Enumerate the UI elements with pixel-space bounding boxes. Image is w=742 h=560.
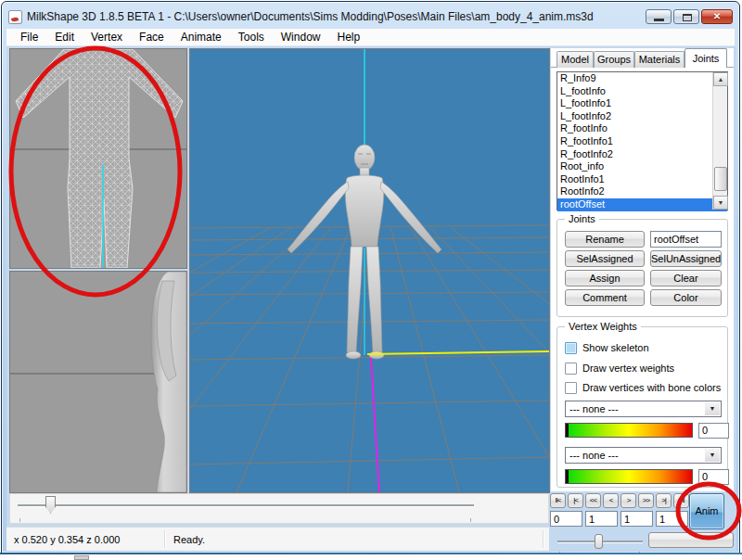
step-forward-button[interactable]: > <box>620 493 636 508</box>
joint-list-item[interactable]: L_footInfo1 <box>557 97 712 110</box>
next-keyframe-button[interactable]: >| <box>656 493 672 508</box>
fast-forward-button[interactable]: >> <box>638 493 654 508</box>
listbox-scrollbar[interactable]: ▲ ▼ <box>712 72 727 210</box>
timeline-slider[interactable] <box>9 493 549 524</box>
tab-model[interactable]: Model <box>556 51 594 68</box>
show-skeleton-checkbox[interactable]: Show skeleton <box>565 341 649 354</box>
scrollbar-thumb[interactable] <box>714 167 727 191</box>
timeline-track <box>18 504 474 506</box>
joint-list-item[interactable]: RootInfo1 <box>557 173 712 186</box>
draw-vertex-weights-checkbox[interactable]: Draw vertex weights <box>565 362 674 375</box>
joints-listbox[interactable]: R_Info9 L_footInfo L_footInfo1 L_footInf… <box>556 71 728 210</box>
checkbox-icon <box>565 382 577 394</box>
tab-materials[interactable]: Materials <box>634 51 684 68</box>
step-back-button[interactable]: < <box>603 493 619 508</box>
viewport-side-shaded[interactable] <box>9 271 187 493</box>
menu-bar: File Edit Vertex Face Animate Tools Wind… <box>6 29 735 46</box>
viewport-perspective[interactable] <box>189 48 550 493</box>
tab-joints[interactable]: Joints <box>684 48 727 68</box>
joint-list-item[interactable]: L_footInfo2 <box>557 110 712 123</box>
frame-field-3[interactable] <box>620 511 653 527</box>
scroll-down-icon[interactable]: ▼ <box>713 196 728 210</box>
weight-marker[interactable] <box>566 424 569 437</box>
status-bar: x 0.520 y 0.354 z 0.000 Ready. <box>6 527 549 551</box>
comment-button[interactable]: Comment <box>565 289 645 306</box>
prev-keyframe-button[interactable]: |< <box>568 493 583 508</box>
menu-edit[interactable]: Edit <box>46 29 83 46</box>
app-icon <box>8 10 22 24</box>
minimize-icon <box>654 19 664 21</box>
wireframe-body <box>16 49 183 268</box>
window-title: MilkShape 3D 1.8.5 BETA 1 - C:\Users\own… <box>27 10 594 23</box>
sel-unassigned-button[interactable]: SelUnAssigned <box>650 250 722 267</box>
chevron-down-icon: ▼ <box>705 402 720 415</box>
statusbar-divider <box>164 530 165 548</box>
draw-bone-colors-checkbox[interactable]: Draw vertices with bone colors <box>565 381 721 394</box>
menu-face[interactable]: Face <box>131 29 173 46</box>
blank-action-button[interactable] <box>648 532 734 548</box>
maximize-icon <box>683 14 692 21</box>
menu-window[interactable]: Window <box>273 29 329 46</box>
color-button[interactable]: Color <box>650 289 722 306</box>
weight-value-2[interactable]: 0 <box>698 469 729 485</box>
maximize-button[interactable] <box>673 9 699 24</box>
current-frame-field[interactable] <box>550 511 582 527</box>
joint-list-item[interactable]: R_footInfo1 <box>557 135 712 148</box>
minimize-button[interactable] <box>646 9 672 24</box>
axis-z-magenta <box>371 358 379 492</box>
slider-thumb[interactable] <box>595 534 603 549</box>
rewind-button[interactable]: << <box>585 493 601 508</box>
weight-value-1[interactable]: 0 <box>698 423 729 439</box>
weight-gradient-slider-1[interactable] <box>565 423 693 438</box>
tab-bar: Model Groups Materials Joints <box>551 48 734 68</box>
total-frames-field[interactable] <box>656 511 688 527</box>
taskbar-fragment <box>74 555 89 560</box>
joints-groupbox: Joints Rename SelAssigned SelUnAssigned … <box>556 219 728 317</box>
anim-toggle-button[interactable]: Anim <box>689 493 724 529</box>
menu-help[interactable]: Help <box>328 29 368 46</box>
viewport-front-wireframe[interactable] <box>9 48 187 269</box>
timeline-tick <box>470 518 471 522</box>
window-controls: ✕ <box>646 9 735 24</box>
assign-button[interactable]: Assign <box>565 270 645 286</box>
rename-button[interactable]: Rename <box>565 231 645 248</box>
front-wireframe-canvas <box>10 49 186 268</box>
go-to-end-button[interactable]: >‖ <box>673 493 689 508</box>
joint-list-item[interactable]: R_footInfo <box>557 122 712 135</box>
timeline-thumb[interactable] <box>45 496 56 514</box>
tab-groups[interactable]: Groups <box>594 51 634 68</box>
title-bar[interactable]: MilkShape 3D 1.8.5 BETA 1 - C:\Users\own… <box>6 6 735 28</box>
right-panel: Model Groups Materials Joints R_Info9 L_… <box>551 48 734 491</box>
desktop-strip <box>0 554 742 560</box>
clear-button[interactable]: Clear <box>650 270 722 286</box>
bone-select-1[interactable]: --- none --- ▼ <box>565 401 722 417</box>
timeline-tick <box>19 518 20 522</box>
client-area: Model Groups Materials Joints R_Info9 L_… <box>6 46 736 551</box>
weight-marker[interactable] <box>566 470 569 483</box>
bone-select-2[interactable]: --- none --- ▼ <box>565 447 722 464</box>
weight-gradient-slider-2[interactable] <box>565 469 693 484</box>
status-message: Ready. <box>173 534 205 545</box>
menu-vertex[interactable]: Vertex <box>83 29 131 46</box>
joint-list-item[interactable]: R_Info9 <box>557 72 712 85</box>
close-icon: ✕ <box>702 11 732 21</box>
coordinate-readout: x 0.520 y 0.354 z 0.000 <box>14 534 120 545</box>
checkbox-icon <box>565 363 577 375</box>
joint-list-item[interactable]: Root_info <box>557 160 712 173</box>
menu-file[interactable]: File <box>12 29 46 46</box>
joint-list-item-selected[interactable]: rootOffset <box>557 198 727 211</box>
go-to-start-button[interactable]: ‖< <box>550 493 566 508</box>
joint-list-item[interactable]: L_footInfo <box>557 85 712 98</box>
menu-animate[interactable]: Animate <box>173 29 230 46</box>
frame-field-2[interactable] <box>585 511 618 527</box>
sel-assigned-button[interactable]: SelAssigned <box>565 250 645 267</box>
chevron-down-icon: ▼ <box>705 449 720 462</box>
joint-list-item[interactable]: RootInfo2 <box>557 185 712 198</box>
rename-input[interactable] <box>650 231 722 248</box>
anim-speed-slider[interactable] <box>556 533 645 550</box>
scroll-up-icon[interactable]: ▲ <box>713 72 728 86</box>
app-window: MilkShape 3D 1.8.5 BETA 1 - C:\Users\own… <box>1 1 740 554</box>
menu-tools[interactable]: Tools <box>230 29 273 46</box>
joint-list-item[interactable]: R_footInfo2 <box>557 148 712 161</box>
close-button[interactable]: ✕ <box>701 9 733 24</box>
